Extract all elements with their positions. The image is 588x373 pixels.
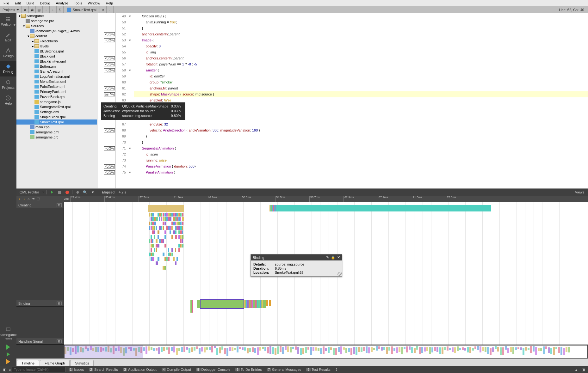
edit-icon[interactable]: ✎: [326, 255, 329, 260]
tree-item[interactable]: ▾Sources: [16, 23, 97, 28]
build-button[interactable]: [6, 359, 10, 364]
output-general-messages[interactable]: 7General Messages: [264, 368, 304, 371]
tree-item[interactable]: samegame.js: [16, 99, 97, 104]
tree-item[interactable]: SmokeText.qml: [16, 119, 97, 125]
code-area[interactable]: function play() { anim.running = true; }…: [132, 13, 588, 188]
close-icon[interactable]: ✕: [337, 255, 340, 260]
run-debug-button[interactable]: [7, 352, 10, 357]
menu-edit[interactable]: Edit: [12, 1, 24, 6]
cat-signal[interactable]: Handling Signal⊞: [16, 338, 64, 345]
chevron-down-icon[interactable]: [42, 192, 45, 193]
resize-grip[interactable]: [337, 272, 342, 276]
link-button[interactable]: ⇄: [29, 6, 36, 13]
output-search-results[interactable]: 2Search Results: [86, 368, 120, 371]
close-doc-button[interactable]: ×: [100, 6, 107, 13]
expand-icon[interactable]: ⊞: [57, 203, 62, 207]
output-application-output[interactable]: 3Application Output: [121, 368, 159, 371]
tree-item[interactable]: ▾samegame: [16, 13, 97, 18]
output-issues[interactable]: 1Issues: [66, 368, 86, 371]
tree-item[interactable]: Settings.qml: [16, 109, 97, 114]
tree-item[interactable]: ▸+blackberry: [16, 39, 97, 44]
tree-item[interactable]: /home/ulf/Qt/5.9/gcc_64/mks: [16, 28, 97, 34]
tree-item[interactable]: samegame.qrc: [16, 135, 97, 140]
next-arrow[interactable]: ›: [23, 197, 26, 201]
views-button[interactable]: Views: [573, 190, 587, 194]
document-tab[interactable]: SmokeText.qml: [64, 6, 100, 13]
projects-dropdown[interactable]: Projects: [0, 6, 22, 13]
filter-button[interactable]: ▤: [36, 6, 43, 13]
tree-item[interactable]: PuzzleBlock.qml: [16, 94, 97, 99]
tree-item[interactable]: Block.qml: [16, 54, 97, 59]
kit-selector[interactable]: samegameProfile: [0, 324, 16, 343]
jump-icon[interactable]: ⇥: [32, 197, 34, 201]
tree-item[interactable]: Button.qml: [16, 64, 97, 69]
tree-item[interactable]: BBSettings.qml: [16, 49, 97, 54]
tree-item[interactable]: SamegameText.qml: [16, 104, 97, 109]
menu-build[interactable]: Build: [24, 1, 37, 6]
related-button[interactable]: ⎘: [57, 6, 64, 13]
code-editor[interactable]: <0.1%~0.2%<0.1%<0.1%~0.2%<0.1%≥9.7%<0.1%…: [97, 13, 588, 188]
tree-item[interactable]: main.cpp: [16, 125, 97, 130]
gutter-fold[interactable]: ▾▾▾▾▾: [128, 13, 132, 188]
forward-button[interactable]: ›: [50, 6, 57, 13]
back-button[interactable]: ‹: [43, 6, 50, 13]
menu-window[interactable]: Window: [85, 1, 103, 6]
menu-tools[interactable]: Tools: [71, 1, 85, 6]
menu-debug[interactable]: Debug: [37, 1, 53, 6]
output-test-results[interactable]: 9Test Results: [304, 368, 333, 371]
timeline-canvas[interactable]: Binding ✎ 🔒 ✕ Details:source: img.source…: [64, 202, 588, 345]
mode-edit[interactable]: Edit: [0, 29, 16, 45]
tree-item[interactable]: MenuEmitter.qml: [16, 79, 97, 84]
split-button[interactable]: ⧉: [22, 6, 29, 13]
output-to-do-entries[interactable]: 6To-Do Entries: [233, 368, 264, 371]
mode-welcome[interactable]: Welcome: [0, 13, 16, 29]
profiler-stop-button[interactable]: [56, 189, 63, 195]
cat-creating[interactable]: Creating⊞: [16, 202, 64, 208]
tree-item[interactable]: SimpleBlock.qml: [16, 114, 97, 119]
tab-timeline[interactable]: Timeline: [17, 360, 39, 366]
tab-statistics[interactable]: Statistics: [70, 360, 94, 366]
output-debugger-console[interactable]: 5Debugger Console: [194, 368, 233, 371]
select-icon[interactable]: ⬚: [36, 197, 40, 201]
mode-projects[interactable]: Projects: [0, 76, 16, 92]
tree-item[interactable]: PaintEmitter.qml: [16, 84, 97, 89]
output-updown[interactable]: ⇕: [335, 368, 338, 372]
cat-binding[interactable]: Binding⊞: [16, 300, 64, 307]
tree-item[interactable]: samegame.qml: [16, 130, 97, 135]
time-ruler[interactable]: 29.4ms33.6ms37.7ms41.9ms46.1ms50.3ms54.5…: [70, 196, 588, 202]
side-toggle-icon[interactable]: ◨: [580, 368, 587, 372]
disable-button[interactable]: ⊘: [74, 189, 81, 195]
locator-input[interactable]: [12, 367, 65, 372]
svg-text:?: ?: [7, 96, 9, 100]
zoom-button[interactable]: 🔍: [82, 189, 88, 195]
output-compile-output[interactable]: 4Compile Output: [159, 368, 194, 371]
tree-item[interactable]: LogoAnimation.qml: [16, 74, 97, 79]
menu-analyze[interactable]: Analyze: [53, 1, 71, 6]
split-right-button[interactable]: ⫞: [107, 6, 114, 13]
run-button[interactable]: [6, 345, 10, 350]
menu-file[interactable]: File: [1, 1, 12, 6]
timeline-overview[interactable]: [16, 345, 588, 358]
tree-item[interactable]: ▾content: [16, 34, 97, 39]
tree-item[interactable]: GameArea.qml: [16, 69, 97, 74]
zoom-icon[interactable]: ⌕: [28, 197, 30, 201]
tree-item[interactable]: PrimaryPack.qml: [16, 89, 97, 94]
tree-item[interactable]: ▸levels: [16, 44, 97, 49]
toggle-left-icon[interactable]: ◧: [1, 368, 8, 372]
tree-item[interactable]: BlockEmitter.qml: [16, 59, 97, 64]
mode-debug[interactable]: Debug: [0, 61, 16, 76]
tree-item[interactable]: samegame.pro: [16, 18, 97, 23]
expand-icon[interactable]: ⊞: [57, 302, 62, 305]
mode-help[interactable]: ?Help: [0, 92, 16, 108]
filter-icon[interactable]: ▼: [90, 189, 96, 195]
expand-icon[interactable]: ⊞: [57, 339, 62, 343]
project-tree[interactable]: ▾samegamesamegame.pro▾Sources/home/ulf/Q…: [16, 13, 97, 188]
tab-flame-graph[interactable]: Flame Graph: [40, 360, 70, 366]
profiler-play-button[interactable]: [49, 189, 55, 195]
prev-arrow[interactable]: ‹: [18, 197, 21, 201]
mode-design[interactable]: Design: [0, 45, 16, 61]
side-up-icon[interactable]: ▴: [573, 368, 579, 372]
lock-icon[interactable]: 🔒: [331, 255, 335, 260]
profiler-record-button[interactable]: [64, 189, 70, 195]
menu-help[interactable]: Help: [103, 1, 116, 6]
